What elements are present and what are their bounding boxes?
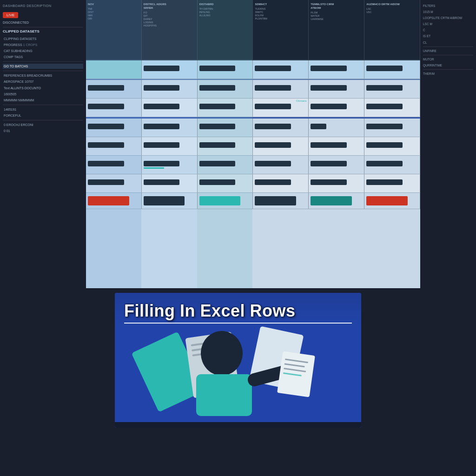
grid-row-8	[86, 193, 420, 209]
sidebar-item-13[interactable]: 0 01	[3, 128, 83, 133]
sidebar-divider-3	[3, 71, 83, 71]
main-title: Filling In Excel Rows	[124, 301, 296, 321]
rs-item-4: C	[423, 28, 473, 32]
rs-item-3: LSC M	[423, 22, 473, 26]
grid-cell-4-4	[253, 119, 309, 137]
title-overlay: Filling In Excel Rows	[115, 293, 361, 329]
grid-cell-7-2	[142, 174, 198, 192]
rs-item-2: LOOPSLITE CRTM AIBROW	[423, 16, 473, 20]
sidebar-item-4[interactable]: GO TO BATCHS	[3, 64, 83, 69]
grid-cell-5-1	[86, 137, 142, 155]
sidebar-item-12[interactable]: 0 EROCHJ ERCONI	[3, 122, 83, 127]
rs-divider	[423, 46, 473, 47]
col-header-3: SDMHCT TUDRNS39MTC9OLFMPLDNTBM	[253, 0, 309, 60]
grid-cell-6-6	[364, 156, 420, 174]
grid-cell-6-2	[142, 156, 198, 174]
grid-cell-5-4	[253, 137, 309, 155]
grid-row-2	[86, 80, 420, 99]
grid-row-3: Chimera	[86, 99, 420, 117]
grid-cell-5-5	[309, 137, 364, 155]
grid-cell-4-3	[198, 119, 253, 137]
sidebar-status: DISCONNECTED	[3, 20, 83, 25]
grid-cell-5-2	[142, 137, 198, 155]
sidebar-section-title: CLIPPED DATASETS	[3, 29, 83, 33]
sidebar-item-10[interactable]: 1465191	[3, 107, 83, 112]
rs-item-9: QURRINTIME	[423, 63, 473, 67]
right-sidebar: FILTERS 1015.M LOOPSLITE CRTM AIBROW LSC…	[420, 0, 476, 288]
grid-cell-1-6	[364, 60, 420, 79]
col-header-0: NOV TMIDISTNMIDBI	[86, 0, 142, 60]
rs-item-5: IS ET	[423, 34, 473, 38]
sidebar-item-8[interactable]: 1600505	[3, 92, 83, 97]
grid-cell-2-4	[253, 80, 309, 98]
grid-cell-6-5	[309, 156, 364, 174]
grid-cell-3-1	[86, 99, 142, 117]
col-header-sub-4: PLSMWATERUARRMSE	[311, 11, 362, 21]
grid-cell-1-3	[198, 60, 253, 79]
grid-row-5	[86, 137, 420, 156]
grid-cell-8-2	[142, 193, 198, 209]
sidebar-item-9[interactable]: MMMMM NMMMMM	[3, 98, 83, 103]
sidebar-divider-4	[3, 105, 83, 105]
sidebar-divider-2	[3, 61, 83, 62]
grid-cell-3-6	[364, 99, 420, 117]
col-header-sub-0: TMIDISTNMIDBI	[88, 7, 139, 21]
sidebar-item-5[interactable]: REFERENCES BREADCRUMBS	[3, 73, 83, 78]
grid-cell-4-6	[364, 119, 420, 137]
grid-row-4	[86, 119, 420, 137]
grid-cell-1-1	[86, 60, 142, 79]
grid-cell-3-5	[309, 99, 364, 117]
grid-row-1	[86, 60, 420, 79]
col-header-4: TEMBLSTO CIRMATBOW PLSMWATERUARRMSE	[309, 0, 364, 60]
col-header-sub-3: TUDRNS39MTC9OLFMPLDNTBM	[255, 7, 306, 21]
col-header-label-1: DISTRCL ADGRSSRFBK	[144, 3, 195, 10]
grid-body: Chimera	[86, 60, 420, 209]
rs-item-1: 1015.M	[423, 10, 473, 14]
sidebar-divider-1	[3, 27, 83, 27]
sidebar-item-0[interactable]: CLIPPING DATASETS	[3, 36, 83, 41]
grid-cell-6-1	[86, 156, 142, 174]
column-headers: NOV TMIDISTNMIDBI DISTRCL ADGRSSRFBK FOD…	[86, 0, 420, 60]
grid-cell-8-3	[198, 193, 253, 209]
col-header-2: DISTHBRD TH DIRTBNINFILINGALLILING	[198, 0, 253, 60]
sidebar-item-1[interactable]: PROGRESS 1 CROPS	[3, 42, 83, 47]
sidebar-item-6[interactable]: AEROSPACE 10707	[3, 79, 83, 84]
col-header-label-5: AUZMHCO DRTM AIDOW	[366, 3, 418, 7]
grid-cell-8-5	[309, 193, 364, 209]
col-header-label-2: DISTHBRD	[199, 3, 251, 7]
sidebar-item-3[interactable]: COMP TAGS	[3, 54, 83, 60]
grid-cell-8-1	[86, 193, 142, 209]
grid-cell-4-5	[309, 119, 364, 137]
left-sidebar: DASHBOARD DESCRIPTION LIVE DISCONNECTED …	[0, 0, 86, 288]
col-header-label-3: SDMHCT	[255, 3, 306, 7]
grid-cell-4-1	[86, 119, 142, 137]
grid-row-6	[86, 156, 420, 174]
col-header-label-0: NOV	[88, 3, 139, 7]
grid-cell-6-3	[198, 156, 253, 174]
svg-rect-8	[196, 374, 252, 416]
sidebar-item-7[interactable]: Text ALLINTS DOCUNTO	[3, 86, 83, 91]
grid-cell-7-5	[309, 174, 364, 192]
sidebar-header: DASHBOARD DESCRIPTION	[3, 4, 83, 8]
sidebar-divider-5	[3, 120, 83, 120]
spreadsheet-area: NOV TMIDISTNMIDBI DISTRCL ADGRSSRFBK FOD…	[86, 0, 420, 288]
grid-cell-1-2	[142, 60, 198, 79]
svg-rect-15	[115, 422, 361, 428]
live-badge: LIVE	[3, 12, 18, 18]
grid-cell-2-2	[142, 80, 198, 98]
rs-divider-2	[423, 55, 473, 55]
grid-cell-8-4	[253, 193, 309, 209]
grid-cell-2-1	[86, 80, 142, 98]
sidebar-item-2[interactable]: CAT SUBHEADING	[3, 48, 83, 53]
grid-cell-7-6	[364, 174, 420, 192]
rs-item-6: CL	[423, 40, 473, 45]
sidebar-item-11[interactable]: FORCEFUL	[3, 113, 83, 118]
grid-cell-7-4	[253, 174, 309, 192]
svg-point-7	[201, 331, 243, 376]
bottom-section: Filling In Excel Rows	[0, 288, 476, 476]
grid-cell-6-4	[253, 156, 309, 174]
grid-cell-5-6	[364, 137, 420, 155]
col-header-sub-1: FODITDAREYLODINSHOSPITHS	[144, 11, 195, 28]
col-header-5: AUZMHCO DRTM AIDOW LSCUSC	[364, 0, 420, 60]
col-header-sub-2: TH DIRTBNINFILINGALLILING	[199, 7, 251, 17]
